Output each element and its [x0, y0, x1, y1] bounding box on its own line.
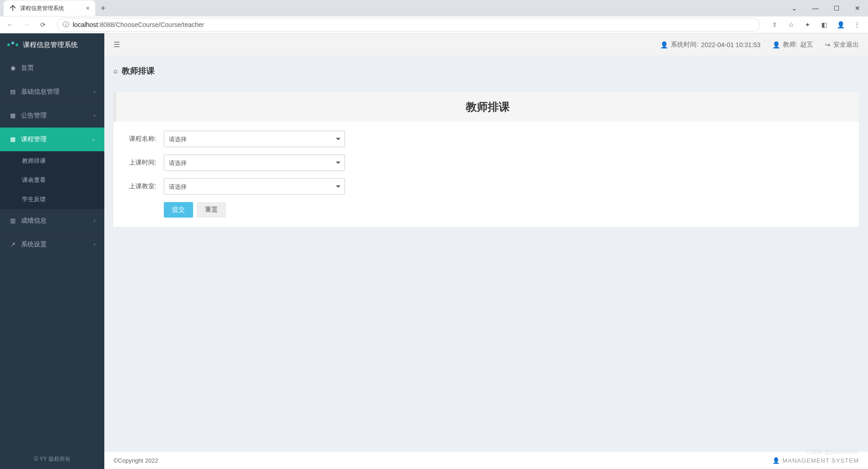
- sidebar-item-course[interactable]: ▦ 课程管理 ⌄: [0, 128, 104, 151]
- form-row-classroom: 上课教室: 请选择: [123, 178, 850, 195]
- tab-close-icon[interactable]: ×: [86, 5, 90, 12]
- hamburger-icon[interactable]: ☰: [113, 40, 120, 49]
- th-list-icon: ▤: [9, 88, 16, 95]
- system-time: 👤 系统时间:2022-04-01 10:31:53: [660, 41, 760, 49]
- dashboard-icon: ◉: [9, 64, 16, 71]
- panel-title: 教师排课: [124, 100, 852, 114]
- submenu-timetable[interactable]: 课表查看: [0, 171, 104, 190]
- toolbar-icons: ⇪ ☆ ✦ ◧ 👤 ⋮: [767, 17, 864, 32]
- sidebar-menu: ◉ 首页 ▤ 基础信息管理 › ▦ 公告管理 › ▦ 课程管理 ⌄ 教师排课 课…: [0, 56, 104, 449]
- url-text: localhost:8088/ChooseCourse/Course/teach…: [73, 21, 754, 28]
- watermark: CSDN @pastclouds: [806, 448, 859, 455]
- chevron-right-icon: ›: [94, 242, 95, 247]
- form: 课程名称: 请选择 上课时间: 请选择: [113, 131, 859, 227]
- form-row-class-time: 上课时间: 请选择: [123, 155, 850, 171]
- footer: ©Copyright 2022 👤 MANAGEMENT SYSTEM: [104, 451, 868, 469]
- browser-tab[interactable]: 课程信息管理系统 ×: [4, 0, 95, 16]
- sidebar-header: 课程信息管理系统: [0, 33, 104, 56]
- chevron-down-icon: ⌄: [92, 137, 95, 142]
- window-controls: ⌄ — ☐ ✕: [784, 0, 868, 16]
- menu-icon[interactable]: ⋮: [850, 17, 864, 32]
- label-course-name: 课程名称:: [123, 135, 164, 143]
- user-icon: 👤: [772, 457, 780, 464]
- sidebar-item-settings[interactable]: ↗ 系统设置 ›: [0, 233, 104, 256]
- nav-bar: ← → ⟳ ⓘ localhost:8088/ChooseCourse/Cour…: [0, 16, 868, 33]
- main: ☰ 👤 系统时间:2022-04-01 10:31:53 👤 教师:赵五 ↪ 安…: [104, 33, 868, 469]
- user-icon: 👤: [660, 41, 668, 48]
- panel: 教师排课 课程名称: 请选择 上课时间:: [113, 92, 859, 227]
- reload-button[interactable]: ⟳: [37, 18, 49, 31]
- external-icon: ↗: [9, 241, 16, 248]
- user-icon: 👤: [772, 41, 780, 48]
- bar-chart-icon: ▥: [9, 217, 16, 224]
- tab-favicon: [9, 5, 16, 12]
- sidebar-item-home[interactable]: ◉ 首页: [0, 56, 104, 80]
- chevron-right-icon: ›: [94, 89, 95, 94]
- topbar: ☰ 👤 系统时间:2022-04-01 10:31:53 👤 教师:赵五 ↪ 安…: [104, 33, 868, 56]
- sidebar: 课程信息管理系统 ◉ 首页 ▤ 基础信息管理 › ▦ 公告管理 › ▦ 课程管理…: [0, 33, 104, 469]
- share-icon[interactable]: ⇪: [767, 17, 782, 32]
- content: ⌂ 教师排课 教师排课 课程名称: 请选择: [104, 56, 868, 451]
- page-header: ⌂ 教师排课: [113, 65, 859, 83]
- url-bar[interactable]: ⓘ localhost:8088/ChooseCourse/Course/tea…: [57, 18, 760, 32]
- chevron-down-icon[interactable]: ⌄: [784, 0, 805, 16]
- label-classroom: 上课教室:: [123, 182, 164, 191]
- sidebar-item-grades[interactable]: ▥ 成绩信息 ›: [0, 209, 104, 233]
- forward-button[interactable]: →: [20, 18, 33, 31]
- sidepanel-icon[interactable]: ◧: [817, 17, 831, 32]
- select-class-time[interactable]: 请选择: [164, 155, 345, 171]
- label-class-time: 上课时间:: [123, 159, 164, 167]
- star-icon[interactable]: ☆: [784, 17, 798, 32]
- submit-button[interactable]: 提交: [164, 202, 193, 218]
- sidebar-item-announce[interactable]: ▦ 公告管理 ›: [0, 104, 104, 128]
- app-name: 课程信息管理系统: [23, 41, 78, 49]
- page-title: 教师排课: [122, 65, 155, 76]
- info-icon: ⓘ: [63, 21, 69, 29]
- profile-icon[interactable]: 👤: [833, 17, 848, 32]
- home-icon: ⌂: [113, 67, 117, 75]
- submenu-feedback[interactable]: 学生反馈: [0, 190, 104, 209]
- chevron-right-icon: ›: [94, 113, 95, 118]
- reset-button[interactable]: 重置: [197, 202, 226, 218]
- tab-bar: 课程信息管理系统 × + ⌄ — ☐ ✕: [0, 0, 868, 16]
- logo-icon: [7, 43, 18, 46]
- new-tab-button[interactable]: +: [101, 4, 106, 13]
- topbar-right: 👤 系统时间:2022-04-01 10:31:53 👤 教师:赵五 ↪ 安全退…: [660, 41, 859, 49]
- back-button[interactable]: ←: [4, 18, 16, 31]
- calendar-icon: ▦: [9, 112, 16, 119]
- tab-title: 课程信息管理系统: [20, 5, 82, 12]
- app: 课程信息管理系统 ◉ 首页 ▤ 基础信息管理 › ▦ 公告管理 › ▦ 课程管理…: [0, 33, 868, 469]
- maximize-button[interactable]: ☐: [826, 0, 847, 16]
- sidebar-item-basic-info[interactable]: ▤ 基础信息管理 ›: [0, 80, 104, 104]
- form-actions: 提交 重置: [123, 202, 850, 218]
- footer-copyright: ©Copyright 2022: [113, 457, 158, 464]
- footer-right: 👤 MANAGEMENT SYSTEM: [772, 457, 859, 464]
- minimize-button[interactable]: —: [805, 0, 826, 16]
- panel-header: 教师排课: [113, 92, 859, 122]
- extensions-icon[interactable]: ✦: [800, 17, 815, 32]
- select-course-name[interactable]: 请选择: [164, 131, 345, 147]
- browser-chrome: 课程信息管理系统 × + ⌄ — ☐ ✕ ← → ⟳ ⓘ localhost:8…: [0, 0, 868, 33]
- sidebar-footer: © YY 版权所有: [0, 449, 104, 469]
- submenu-teacher-schedule[interactable]: 教师排课: [0, 151, 104, 171]
- chevron-right-icon: ›: [94, 218, 95, 223]
- user-info: 👤 教师:赵五: [772, 41, 813, 49]
- logout-button[interactable]: ↪ 安全退出: [825, 41, 859, 49]
- select-classroom[interactable]: 请选择: [164, 178, 345, 195]
- close-button[interactable]: ✕: [847, 0, 868, 16]
- submenu-course: 教师排课 课表查看 学生反馈: [0, 151, 104, 209]
- logout-icon: ↪: [825, 41, 830, 48]
- table-icon: ▦: [9, 136, 16, 143]
- form-row-course-name: 课程名称: 请选择: [123, 131, 850, 147]
